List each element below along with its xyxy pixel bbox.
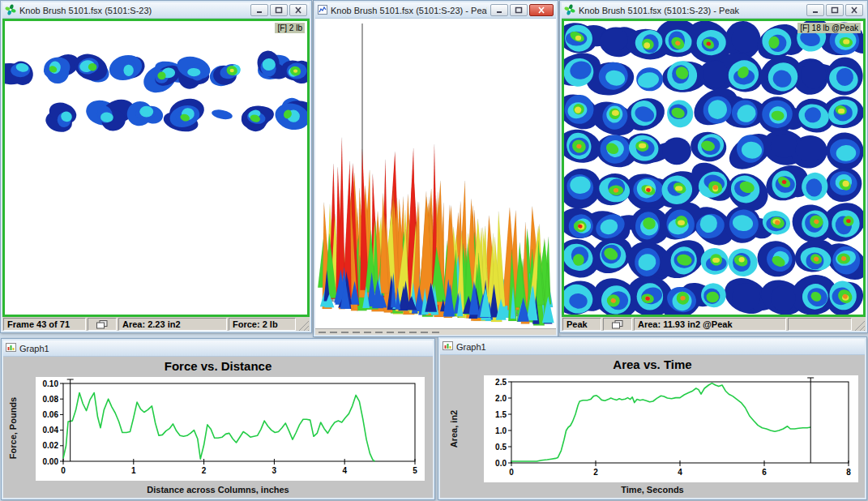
- titlebar-realtime-2d[interactable]: Knob Brush 5101.fsx (5101:S-23): [2, 2, 310, 19]
- titlebar-graph-area[interactable]: Graph1: [440, 339, 865, 355]
- graph-body: Force vs. Distance Force, Pounds 0.000.0…: [3, 357, 433, 498]
- minimize-button[interactable]: [806, 4, 824, 16]
- window-title: Graph1: [19, 344, 430, 353]
- minimize-button[interactable]: [490, 4, 508, 16]
- svg-text:8: 8: [846, 468, 851, 477]
- close-button[interactable]: [845, 4, 863, 16]
- svg-text:4: 4: [342, 466, 347, 475]
- surface-3d-svg: [315, 19, 556, 328]
- svg-text:1.0: 1.0: [495, 426, 507, 435]
- titlebar-peak-2d[interactable]: Knob Brush 5101.fsx (5101:S-23) - Peak: [562, 2, 866, 19]
- chart-doc-icon: [318, 5, 327, 16]
- svg-text:0.04: 0.04: [43, 426, 59, 435]
- svg-text:0.08: 0.08: [43, 395, 59, 404]
- status-bar-realtime: Frame 43 of 71 Area: 2.23 in2 Force: 2 l…: [2, 317, 310, 331]
- svg-text:0.06: 0.06: [43, 410, 59, 419]
- titlebar-graph-force[interactable]: Graph1: [3, 340, 433, 357]
- force-scale-label: [F] 2 lb: [275, 23, 305, 33]
- svg-text:0.02: 0.02: [43, 441, 59, 450]
- svg-text:3: 3: [272, 466, 277, 475]
- window-graph-force: Graph1 Force vs. Distance Force, Pounds …: [1, 338, 435, 500]
- app-pinwheel-icon: [5, 4, 16, 17]
- window-title: Knob Brush 5101.fsx (5101:S-23) - Peak: [579, 6, 803, 15]
- svg-text:0: 0: [61, 466, 66, 475]
- force-readout: Force: 2 lb: [229, 318, 296, 331]
- window-realtime-2d: Knob Brush 5101.fsx (5101:S-23) [F] 2 lb…: [0, 0, 312, 333]
- window-3d-peak: Knob Brush 5101.fsx (5101:S-23) - Peak: [313, 0, 558, 337]
- force-scale-label: [F] 18 lb @Peak: [797, 23, 861, 33]
- minimize-button[interactable]: [250, 4, 268, 16]
- svg-text:5: 5: [413, 466, 417, 475]
- titlebar-3d-peak[interactable]: Knob Brush 5101.fsx (5101:S-23) - Peak: [315, 2, 556, 19]
- area-chart-svg[interactable]: 0.00.51.01.52.02.502468: [484, 375, 858, 482]
- mdi-desktop: Knob Brush 5101.fsx (5101:S-23) [F] 2 lb…: [0, 0, 868, 501]
- window-peak-2d: Knob Brush 5101.fsx (5101:S-23) - Peak […: [559, 0, 868, 333]
- pressure-blobs-svg: [5, 21, 307, 315]
- resize-grip[interactable]: [853, 319, 865, 331]
- window-graph-area: Graph1 Area vs. Time Area, in2 0.00.51.0…: [438, 336, 867, 500]
- mode-readout: Peak: [562, 318, 601, 331]
- window-title: Knob Brush 5101.fsx (5101:S-23) - Peak: [331, 6, 487, 15]
- chart-title: Area vs. Time: [440, 358, 865, 371]
- svg-text:2.5: 2.5: [495, 378, 507, 387]
- graph-icon: [6, 343, 16, 353]
- area-readout: Area: 2.23 in2: [118, 318, 227, 331]
- graph-icon: [443, 341, 453, 352]
- y-axis-label: Area, in2: [449, 410, 459, 447]
- svg-text:1: 1: [131, 466, 136, 475]
- close-button[interactable]: [289, 4, 307, 16]
- plot-area[interactable]: 0.00.51.01.52.02.502468: [484, 375, 858, 482]
- svg-text:0.00: 0.00: [43, 457, 59, 466]
- area-readout: Area: 11.93 in2 @Peak: [634, 318, 786, 331]
- windows-overlap-icon[interactable]: [88, 318, 117, 331]
- pressure-map-2d-canvas[interactable]: [F] 2 lb: [2, 19, 310, 317]
- status-bar-partial: [315, 328, 556, 335]
- surface-3d-canvas[interactable]: [315, 19, 556, 328]
- svg-text:2: 2: [202, 466, 207, 475]
- svg-text:0.0: 0.0: [495, 459, 507, 468]
- maximize-button[interactable]: [270, 4, 288, 16]
- x-axis-label: Time, Seconds: [440, 485, 865, 495]
- svg-text:0.10: 0.10: [43, 379, 59, 388]
- svg-text:0.5: 0.5: [495, 443, 507, 452]
- x-axis-label: Distance across Columns, inches: [3, 485, 433, 495]
- peak-map-canvas[interactable]: [F] 18 lb @Peak: [562, 19, 866, 317]
- svg-text:4: 4: [678, 468, 682, 477]
- close-button[interactable]: [529, 4, 554, 16]
- window-title: Knob Brush 5101.fsx (5101:S-23): [19, 6, 247, 15]
- window-title: Graph1: [456, 342, 862, 352]
- resize-grip[interactable]: [297, 319, 309, 331]
- svg-text:2.0: 2.0: [495, 394, 507, 403]
- svg-text:0: 0: [509, 468, 514, 477]
- windows-overlap-icon[interactable]: [603, 318, 632, 331]
- y-axis-label: Force, Pounds: [8, 397, 18, 459]
- graph-body: Area vs. Time Area, in2 0.00.51.01.52.02…: [440, 355, 865, 498]
- force-chart-svg[interactable]: 0.000.020.040.060.080.10012345: [36, 377, 425, 481]
- app-pinwheel-icon: [564, 4, 575, 17]
- plot-area[interactable]: 0.000.020.040.060.080.10012345: [36, 377, 425, 481]
- status-bar-peak: Peak Area: 11.93 in2 @Peak: [562, 317, 866, 331]
- chart-title: Force vs. Distance: [3, 359, 433, 373]
- svg-text:2: 2: [593, 468, 598, 477]
- maximize-button[interactable]: [510, 4, 528, 16]
- svg-text:1.5: 1.5: [495, 410, 507, 419]
- maximize-button[interactable]: [826, 4, 844, 16]
- frame-counter: Frame 43 of 71: [3, 318, 86, 331]
- svg-text:6: 6: [762, 468, 767, 477]
- status-empty-cell: [788, 318, 852, 331]
- peak-map-svg: [564, 21, 863, 315]
